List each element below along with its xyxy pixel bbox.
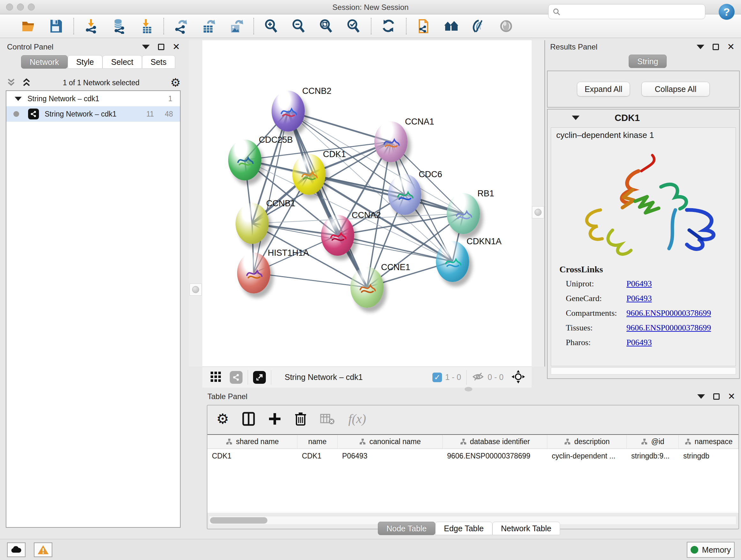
delete-column-trash-icon[interactable] — [294, 412, 307, 426]
tab-select[interactable]: Select — [103, 55, 142, 69]
protein-thumbnail-icon — [381, 132, 401, 152]
node-CCNE1[interactable] — [350, 267, 384, 308]
zoom-selected-icon[interactable] — [345, 18, 362, 35]
share-document-icon[interactable] — [415, 18, 432, 35]
grid-view-icon[interactable] — [210, 371, 221, 384]
tab-style[interactable]: Style — [68, 55, 103, 69]
cell-database-identifier[interactable]: 9606.ENSP00000378699 — [443, 449, 547, 463]
splitter-handle[interactable] — [192, 286, 199, 293]
close-panel-icon[interactable]: ✕ — [728, 393, 735, 400]
cell-namespace[interactable]: stringdb — [679, 449, 738, 463]
zoom-in-icon[interactable] — [263, 18, 280, 35]
expand-all-icon[interactable] — [21, 78, 32, 87]
export-image-icon[interactable] — [228, 18, 245, 35]
panel-menu-icon[interactable] — [142, 45, 150, 49]
collapse-all-icon[interactable] — [6, 78, 17, 87]
left-splitter[interactable] — [189, 40, 202, 367]
float-panel-icon[interactable] — [713, 44, 719, 50]
tab-string[interactable]: String — [629, 55, 667, 68]
collapse-all-button[interactable]: Collapse All — [642, 82, 710, 97]
tab-network-table[interactable]: Network Table — [492, 522, 560, 535]
edge-HIST1H1A-CCNE1[interactable] — [254, 273, 367, 287]
detach-view-icon[interactable] — [253, 371, 266, 384]
cell-canonical-name[interactable]: P06493 — [338, 449, 443, 463]
export-table-icon[interactable] — [200, 18, 217, 35]
node-CCNA1[interactable] — [374, 121, 408, 162]
column-header-namespace[interactable]: namespace — [679, 435, 738, 449]
hide-edges-icon[interactable] — [470, 18, 487, 35]
node-CDC25B[interactable] — [228, 139, 261, 180]
column-header-shared-name[interactable]: shared name — [207, 435, 297, 449]
crosslink-link[interactable]: P06493 — [626, 294, 652, 303]
tab-node-table[interactable]: Node Table — [378, 522, 435, 535]
network-collection-row[interactable]: String Network – cdk1 1 — [6, 91, 180, 106]
network-row[interactable]: String Network – cdk1 11 48 — [6, 106, 180, 122]
import-network-file-icon[interactable] — [83, 18, 99, 35]
node-HIST1H1A[interactable] — [237, 253, 270, 294]
import-table-icon[interactable] — [138, 18, 154, 35]
node-CCNB1[interactable] — [235, 203, 269, 244]
refresh-icon[interactable] — [381, 18, 397, 35]
node-table[interactable]: shared namenamecanonical namedatabase id… — [207, 434, 738, 513]
panel-menu-icon[interactable] — [697, 394, 705, 399]
node-CCNB2[interactable] — [272, 91, 305, 132]
column-header-canonical-name[interactable]: canonical name — [338, 435, 443, 449]
zoom-fit-icon[interactable] — [318, 18, 334, 35]
close-panel-icon[interactable]: ✕ — [173, 44, 180, 50]
selected-checkbox-icon[interactable]: ✓ — [432, 373, 442, 382]
cell-@id[interactable]: stringdb:9... — [627, 449, 679, 463]
warning-status-button[interactable] — [34, 543, 52, 557]
column-header-description[interactable]: description — [547, 435, 627, 449]
global-search-input[interactable] — [561, 8, 698, 16]
cloud-status-button[interactable] — [7, 543, 25, 557]
panel-menu-icon[interactable] — [697, 45, 704, 49]
section-expander-icon[interactable] — [572, 116, 580, 120]
tab-sets[interactable]: Sets — [142, 55, 175, 69]
column-header-name[interactable]: name — [297, 435, 338, 449]
node-CDK1[interactable] — [292, 154, 326, 195]
export-network-icon[interactable] — [173, 18, 190, 35]
import-network-database-icon[interactable] — [111, 18, 127, 35]
edge-CCNB2-CCNE1[interactable] — [288, 111, 367, 287]
show-all-networks-icon[interactable] — [443, 18, 460, 35]
crosslink-link[interactable]: P06493 — [626, 338, 652, 348]
open-session-icon[interactable] — [20, 18, 37, 35]
network-share-icon[interactable] — [230, 371, 243, 384]
node-CCNA2[interactable] — [321, 215, 354, 256]
cell-name[interactable]: CDK1 — [297, 449, 338, 463]
show-columns-icon[interactable] — [242, 412, 255, 426]
cell-shared-name[interactable]: CDK1 — [207, 449, 297, 463]
float-panel-icon[interactable] — [158, 44, 164, 50]
expand-all-button[interactable]: Expand All — [577, 82, 630, 97]
table-row[interactable]: CDK1CDK1P064939606.ENSP00000378699cyclin… — [207, 449, 738, 463]
cell-description[interactable]: cyclin-dependent ... — [547, 449, 627, 463]
gear-icon[interactable]: ⚙ — [171, 78, 181, 87]
scrollbar-thumb[interactable] — [210, 517, 267, 523]
edge-CCNA2-CDKN1A[interactable] — [338, 235, 453, 261]
splitter-handle[interactable] — [535, 209, 542, 216]
tab-network[interactable]: Network — [21, 55, 68, 69]
zoom-out-icon[interactable] — [290, 18, 307, 35]
column-header-database-identifier[interactable]: database identifier — [443, 435, 547, 449]
float-panel-icon[interactable] — [713, 393, 720, 400]
collection-expander-icon[interactable] — [15, 97, 22, 101]
crosslink-link[interactable]: 9606.ENSP00000378699 — [626, 323, 711, 333]
node-RB1[interactable] — [447, 193, 480, 234]
birdseye-crosshair-icon[interactable] — [511, 370, 525, 385]
table-settings-gear-icon[interactable]: ⚙ — [216, 412, 229, 426]
edge-CDK1-RB1[interactable] — [309, 174, 463, 213]
birdseye-icon[interactable] — [498, 18, 515, 35]
network-canvas[interactable]: CCNB2CCNA1CDC25BCDK1CDC6RB1CCNB1CCNA2CDK… — [202, 40, 532, 367]
node-CDC6[interactable] — [388, 174, 421, 215]
help-icon[interactable]: ? — [719, 4, 735, 20]
add-column-icon[interactable] — [268, 412, 281, 426]
right-splitter[interactable] — [532, 40, 545, 367]
tab-edge-table[interactable]: Edge Table — [435, 522, 492, 535]
close-panel-icon[interactable]: ✕ — [727, 44, 735, 50]
node-CDKN1A[interactable] — [436, 241, 469, 282]
column-header-@id[interactable]: @id — [627, 435, 679, 449]
save-session-icon[interactable] — [48, 18, 64, 35]
crosslink-link[interactable]: 9606.ENSP00000378699 — [626, 308, 711, 318]
crosslink-link[interactable]: P06493 — [626, 279, 652, 289]
memory-button[interactable]: Memory — [687, 542, 735, 558]
